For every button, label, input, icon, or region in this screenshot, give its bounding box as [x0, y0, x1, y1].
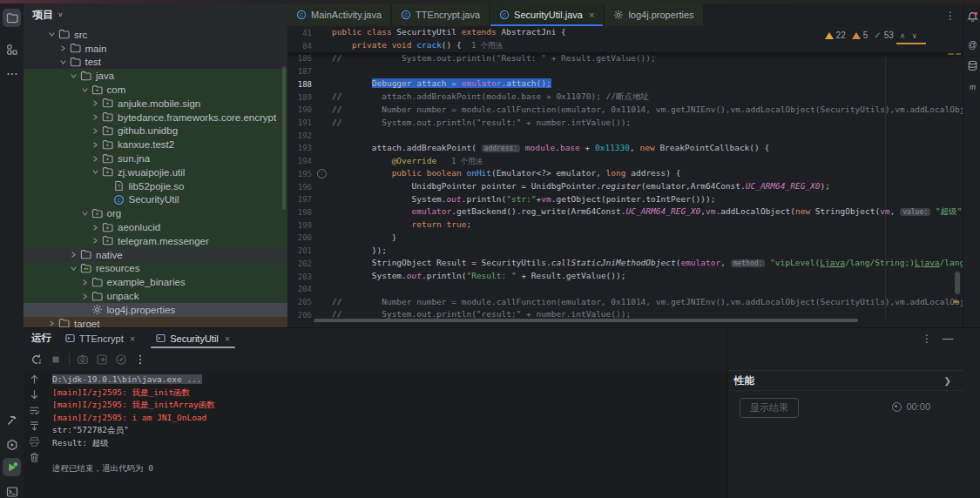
- chevron-right-icon[interactable]: [91, 238, 100, 244]
- console[interactable]: D:\jdk-19.0.1\bin\java.exe ...[main]I/zj…: [24, 372, 727, 498]
- code-line-201[interactable]: 201 });: [287, 245, 963, 258]
- chevron-right-icon[interactable]: [91, 142, 100, 148]
- tree-item-log4j-properties[interactable]: log4j.properties: [24, 303, 287, 317]
- tree-item-anjuke-mobile-sign[interactable]: anjuke.mobile.sign: [24, 97, 287, 111]
- code-line-203[interactable]: 203 System.out.println("Result: " + Resu…: [287, 270, 963, 283]
- chevron-right-icon[interactable]: [80, 293, 90, 299]
- override-icon[interactable]: ↑: [317, 169, 327, 178]
- chevron-down-icon[interactable]: [69, 73, 78, 79]
- structure-tool-button[interactable]: [3, 40, 21, 58]
- tree-item-sun-jna[interactable]: sun.jna: [24, 151, 287, 165]
- code-line-199[interactable]: 199 return true;: [287, 219, 963, 232]
- chevron-right-icon[interactable]: [80, 279, 90, 286]
- code-line-195[interactable]: 195↑ public boolean onHit(Emulator<?> em…: [287, 167, 963, 180]
- chevron-down-icon[interactable]: [47, 31, 57, 37]
- close-icon[interactable]: ×: [130, 333, 135, 344]
- clear-all-icon[interactable]: [29, 452, 40, 463]
- code-line-205[interactable]: 205// Number number = module.callFunctio…: [287, 296, 963, 309]
- chevron-right-icon[interactable]: [91, 100, 100, 106]
- code-line-186[interactable]: 186// System.out.println("Result: " + Re…: [287, 52, 963, 65]
- tree-item-bytedance-frameworks-core-encrypt[interactable]: bytedance.frameworks.core.encrypt: [24, 111, 287, 124]
- override-gutter-icon[interactable]: ↑: [312, 169, 332, 178]
- code-line-196[interactable]: 196 UnidbgPointer pointer = UnidbgPointe…: [287, 180, 963, 193]
- rerun-icon[interactable]: [30, 353, 43, 366]
- chevron-right-icon[interactable]: [69, 252, 78, 258]
- tree-item-java[interactable]: java: [24, 69, 287, 83]
- tree-item-test[interactable]: test: [24, 56, 287, 70]
- code-line-197[interactable]: 197 System.out.println("str:"+vm.getObje…: [287, 193, 963, 206]
- run-tool-button[interactable]: [3, 458, 21, 476]
- next-problem-icon[interactable]: ∨: [911, 31, 917, 40]
- soft-wrap-icon[interactable]: [29, 405, 40, 416]
- tree-item-com[interactable]: com: [24, 83, 287, 97]
- error-stripe-mark[interactable]: [953, 300, 959, 303]
- code-line-200[interactable]: 200 }: [287, 232, 963, 245]
- code-line-194[interactable]: 194 @Override 1 个用法: [287, 155, 963, 168]
- editor-scrollbar-horizontal[interactable]: [314, 319, 858, 322]
- project-tool-button[interactable]: [3, 9, 21, 27]
- chevron-down-icon[interactable]: [91, 169, 100, 175]
- code-line-190[interactable]: 190// Number number = module.callFunctio…: [287, 104, 963, 117]
- build-tool-button[interactable]: [3, 411, 21, 429]
- tree-item-example-binaries[interactable]: example_binaries: [24, 275, 287, 289]
- run-tab-ttencrypt[interactable]: TTEncrypt×: [58, 328, 142, 348]
- tree-item-telegram-messenger[interactable]: telegram.messenger: [24, 234, 287, 248]
- minimize-icon[interactable]: —: [943, 333, 953, 345]
- tree-item-native[interactable]: native: [24, 248, 287, 262]
- close-icon[interactable]: ×: [225, 333, 230, 344]
- prev-problem-icon[interactable]: ∧: [900, 31, 906, 40]
- chevron-down-icon[interactable]: ∨: [57, 11, 64, 18]
- chevron-down-icon[interactable]: [58, 59, 68, 65]
- chevron-right-icon[interactable]: [47, 320, 57, 326]
- show-results-button[interactable]: 显示结果: [740, 398, 799, 418]
- tree-item-unpack[interactable]: unpack: [24, 289, 287, 303]
- more-tool-windows-button[interactable]: [3, 64, 21, 83]
- next-occurrence-icon[interactable]: [29, 389, 40, 400]
- chevron-down-icon[interactable]: [69, 266, 78, 272]
- code-line-202[interactable]: 202 StringObject Result = SecurityUtils.…: [287, 258, 963, 271]
- chevron-right-icon[interactable]: [91, 225, 100, 231]
- code-line-191[interactable]: 191// System.out.println("result:" + num…: [287, 117, 963, 130]
- tree-item-lib52pojie-so[interactable]: ?lib52pojie.so: [24, 179, 287, 193]
- chevron-right-icon[interactable]: [91, 114, 100, 120]
- chevron-right-icon[interactable]: [91, 156, 100, 162]
- tree-item-target[interactable]: target: [24, 317, 287, 328]
- terminal-tool-button[interactable]: [3, 482, 21, 498]
- chevron-right-icon[interactable]: ❯: [944, 376, 951, 386]
- tree-item-kanxue-test2[interactable]: kanxue.test2: [24, 138, 287, 151]
- notifications-button[interactable]: [966, 10, 979, 24]
- code-line-193[interactable]: 193 attach.addBreakPoint( address: modul…: [287, 142, 963, 155]
- tree-item-zj-wuaipojie-util[interactable]: zj.wuaipojie.util: [24, 165, 287, 179]
- code-line-189[interactable]: 189// attach.addBreakPoint(module.base +…: [287, 91, 963, 104]
- tree-item-aeonlucid[interactable]: aeonlucid: [24, 220, 287, 234]
- services-tool-button[interactable]: [3, 435, 21, 454]
- prev-occurrence-icon[interactable]: [29, 374, 40, 385]
- chevron-down-icon[interactable]: [80, 211, 90, 217]
- console-more-icon[interactable]: [134, 353, 146, 366]
- tree-item-main[interactable]: main: [24, 42, 287, 56]
- code-line-187[interactable]: 187: [287, 65, 963, 78]
- ai-assistant-button[interactable]: @: [966, 38, 979, 51]
- project-header[interactable]: 项目 ∨: [24, 3, 287, 26]
- tree-item-src[interactable]: src: [24, 28, 287, 42]
- chevron-right-icon[interactable]: [58, 45, 68, 51]
- inspections-widget[interactable]: 22 5 ✓ 53 ∧ ∨: [825, 30, 917, 40]
- run-tab-securityutil[interactable]: SecurityUtil×: [149, 328, 237, 348]
- database-button[interactable]: [966, 59, 979, 72]
- code-line-198[interactable]: 198 emulator.getBackend().reg_write(Arm6…: [287, 206, 963, 219]
- code-line-84[interactable]: 84 private void crack() { 1 个用法: [287, 39, 963, 52]
- chevron-down-icon[interactable]: [80, 87, 90, 93]
- scroll-to-end-icon[interactable]: [29, 421, 40, 432]
- performance-section-header[interactable]: 性能 ❯: [728, 370, 963, 391]
- chevron-right-icon[interactable]: [91, 128, 100, 134]
- tree-item-github-unidbg[interactable]: github.unidbg: [24, 124, 287, 138]
- panel-options-kebab-icon[interactable]: ⋮: [922, 333, 932, 345]
- tree-item-org[interactable]: org: [24, 206, 287, 220]
- maven-button[interactable]: m: [966, 80, 979, 93]
- code-line-188[interactable]: 188 Debugger attach = emulator.attach();: [287, 77, 963, 91]
- code-line-192[interactable]: 192: [287, 129, 963, 142]
- code-line-204[interactable]: 204: [287, 283, 963, 296]
- tree-item-resources[interactable]: resources: [24, 262, 287, 276]
- tree-item-securityutil[interactable]: CSecurityUtil: [24, 193, 287, 207]
- editor-scrollbar-vertical[interactable]: [955, 272, 960, 294]
